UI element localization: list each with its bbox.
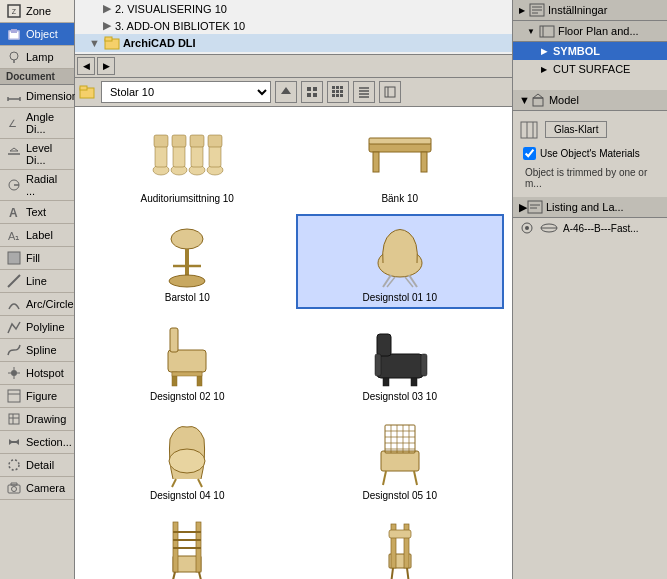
toolbar-object[interactable]: Object xyxy=(0,23,74,46)
svg-marker-30 xyxy=(9,439,13,445)
model-content: Glas-Klart Use Object's Materials Object… xyxy=(513,111,667,197)
object-item-4[interactable]: Designstol 02 10 xyxy=(83,313,292,408)
svg-rect-17 xyxy=(8,252,20,264)
svg-marker-40 xyxy=(281,87,291,94)
object-label-5: Designstol 03 10 xyxy=(363,391,438,402)
svg-rect-122 xyxy=(389,530,411,538)
svg-text:∠: ∠ xyxy=(8,118,17,129)
status-text: Object is trimmed by one or m... xyxy=(519,163,661,193)
listing-label: Listing and La... xyxy=(546,201,624,213)
svg-rect-45 xyxy=(332,86,335,89)
svg-marker-12 xyxy=(10,148,18,151)
main-area: ▶ 2. VISUALISERING 10 ▶ 3. ADD-ON BIBLIO… xyxy=(75,0,512,579)
object-label-7: Designstol 05 10 xyxy=(363,490,438,501)
layer-row[interactable]: A-46---B---Fast... xyxy=(513,218,667,238)
svg-rect-67 xyxy=(191,145,203,167)
tree-item-1[interactable]: ▶ 3. ADD-ON BIBLIOTEK 10 xyxy=(75,17,512,34)
fill-icon xyxy=(6,250,22,266)
svg-rect-43 xyxy=(307,93,311,97)
cut-surface-row[interactable]: ▶ CUT SURFACE xyxy=(513,60,667,78)
layer-label: A-46---B---Fast... xyxy=(563,223,639,234)
toolbar-angle[interactable]: ∠ Angle Di... xyxy=(0,108,74,139)
object-item-3[interactable]: Designstol 01 10 xyxy=(296,214,505,309)
object-item-9[interactable]: Designstol 07 10 xyxy=(296,511,505,579)
toolbar-detail[interactable]: Detail xyxy=(0,454,74,477)
line-icon xyxy=(6,273,22,289)
listing-header[interactable]: ▶ Listing and La... xyxy=(513,197,667,218)
svg-line-82 xyxy=(409,275,417,287)
lamp-icon xyxy=(6,49,22,65)
folder-up-btn[interactable] xyxy=(275,81,297,103)
toolbar-line[interactable]: Line xyxy=(0,270,74,293)
model-triangle: ▼ xyxy=(519,94,530,106)
use-materials-checkbox[interactable] xyxy=(523,147,536,160)
svg-rect-92 xyxy=(421,354,427,376)
folder-select[interactable]: Stolar 10 xyxy=(101,81,271,103)
object-thumb-7 xyxy=(360,418,440,488)
toolbar-camera[interactable]: Camera xyxy=(0,477,74,500)
figure-icon xyxy=(6,388,22,404)
svg-line-81 xyxy=(383,275,391,287)
toolbar-dimension[interactable]: Dimension xyxy=(0,85,74,108)
svg-rect-89 xyxy=(172,372,202,376)
toolbar-section[interactable]: Section... xyxy=(0,431,74,454)
glas-klart-btn[interactable]: Glas-Klart xyxy=(545,121,607,138)
toolbar-spline[interactable]: Spline xyxy=(0,339,74,362)
nav-back-btn[interactable]: ◀ xyxy=(77,57,95,75)
svg-rect-47 xyxy=(340,86,343,89)
svg-point-32 xyxy=(9,460,19,470)
floor-plan-triangle: ▼ xyxy=(527,27,535,36)
svg-point-19 xyxy=(11,370,17,376)
toolbar-lamp[interactable]: Lamp xyxy=(0,46,74,69)
toolbar-figure[interactable]: Figure xyxy=(0,385,74,408)
svg-rect-71 xyxy=(208,135,222,147)
object-item-6[interactable]: Designstol 04 10 xyxy=(83,412,292,507)
view-grid-small-btn[interactable] xyxy=(327,81,349,103)
svg-text:A: A xyxy=(9,206,18,220)
detail-icon xyxy=(6,457,22,473)
svg-text:Z: Z xyxy=(12,8,17,15)
toolbar-radial[interactable]: Radial ... xyxy=(0,170,74,201)
svg-point-140 xyxy=(525,226,529,230)
toolbar-label[interactable]: A₁ Label xyxy=(0,224,74,247)
object-thumb-4 xyxy=(147,319,227,389)
toolbar-level[interactable]: Level Di... xyxy=(0,139,74,170)
tree-item-0[interactable]: ▶ 2. VISUALISERING 10 xyxy=(75,0,512,17)
object-item-1[interactable]: Bänk 10 xyxy=(296,115,505,210)
camera-icon xyxy=(6,480,22,496)
toolbar-drawing[interactable]: Drawing xyxy=(0,408,74,431)
object-label-2: Barstol 10 xyxy=(165,292,210,303)
floor-plan-header[interactable]: ▼ Floor Plan and... xyxy=(513,21,667,42)
model-header[interactable]: ▼ Model xyxy=(513,90,667,111)
svg-line-98 xyxy=(198,479,202,487)
level-icon xyxy=(6,146,22,162)
use-materials-row[interactable]: Use Object's Materials xyxy=(519,144,661,163)
object-item-8[interactable]: Designstol 06 10 xyxy=(83,511,292,579)
object-item-7[interactable]: Designstol 05 10 xyxy=(296,412,505,507)
svg-rect-64 xyxy=(173,145,185,167)
svg-rect-93 xyxy=(375,354,381,376)
nav-forward-btn[interactable]: ▶ xyxy=(97,57,115,75)
toolbar-text[interactable]: A Text xyxy=(0,201,74,224)
view-grid-large-btn[interactable] xyxy=(301,81,323,103)
view-list-btn[interactable] xyxy=(353,81,375,103)
object-item-2[interactable]: Barstol 10 xyxy=(83,214,292,309)
toolbar-fill[interactable]: Fill xyxy=(0,247,74,270)
svg-rect-44 xyxy=(313,93,317,97)
view-detail-btn[interactable] xyxy=(379,81,401,103)
tree-item-2[interactable]: ▼ ArchiCAD DLI xyxy=(75,34,512,52)
toolbar-hotspot[interactable]: Hotspot xyxy=(0,362,74,385)
settings-header[interactable]: ▶ Inställningar xyxy=(513,0,667,21)
object-item-0[interactable]: Auditoriumsittning 10 xyxy=(83,115,292,210)
model-label: Model xyxy=(549,94,579,106)
settings-label: Inställningar xyxy=(548,4,607,16)
svg-point-34 xyxy=(12,487,17,492)
symbol-row[interactable]: ▶ SYMBOL xyxy=(513,42,667,60)
svg-rect-48 xyxy=(332,90,335,93)
toolbar-arc[interactable]: Arc/Circle xyxy=(0,293,74,316)
toolbar-zone[interactable]: Z Zone xyxy=(0,0,74,23)
toolbar-polyline[interactable]: Polyline xyxy=(0,316,74,339)
object-label-6: Designstol 04 10 xyxy=(150,490,225,501)
object-item-5[interactable]: Designstol 03 10 xyxy=(296,313,505,408)
svg-rect-90 xyxy=(377,354,423,378)
